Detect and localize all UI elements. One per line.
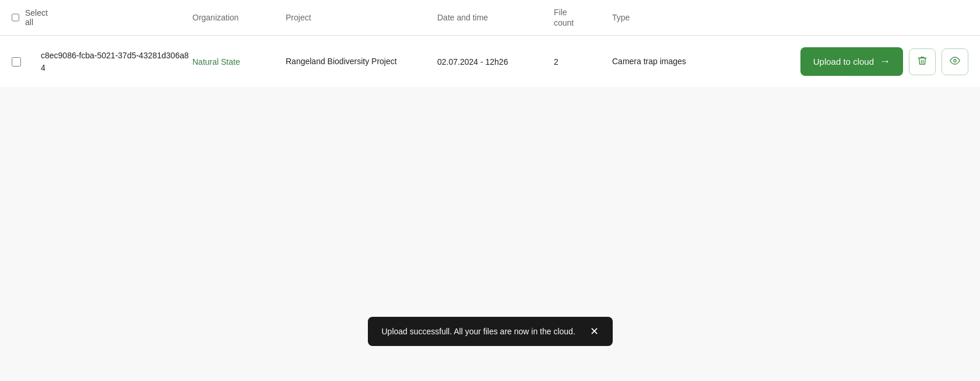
row-id-col: c8ec9086-fcba-5021-37d5-43281d306a84: [41, 50, 192, 74]
row-datetime-col: 02.07.2024 - 12h26: [437, 57, 554, 67]
actions-group: Upload to cloud →: [800, 47, 968, 76]
upload-btn-label: Upload to cloud: [813, 57, 874, 67]
row-filecount: 2: [554, 57, 559, 67]
row-org-col: Natural State: [192, 57, 286, 67]
svg-point-0: [954, 59, 957, 62]
row-project-col: Rangeland Biodiversity Project: [286, 55, 437, 68]
header-filecount-label: File count: [554, 8, 574, 27]
header-org-col: Organization: [192, 12, 286, 23]
row-type-col: Camera trap images: [612, 55, 729, 68]
eye-icon: [950, 55, 960, 68]
table-container: Select all Organization Project Date and…: [0, 0, 980, 88]
header-datetime-col: Date and time: [437, 12, 554, 23]
toast: Upload successfull. All your files are n…: [368, 317, 613, 346]
header-checkbox-col: Select all: [12, 8, 41, 27]
upload-to-cloud-button[interactable]: Upload to cloud →: [800, 47, 903, 76]
toast-message: Upload successfull. All your files are n…: [382, 327, 575, 336]
delete-button[interactable]: [909, 48, 936, 75]
row-organization: Natural State: [192, 57, 240, 67]
row-checkbox[interactable]: [12, 57, 21, 67]
header-project-label: Project: [286, 13, 311, 22]
toast-close-button[interactable]: ✕: [590, 326, 599, 337]
table-header: Select all Organization Project Date and…: [0, 0, 980, 36]
header-org-label: Organization: [192, 13, 238, 22]
row-datetime: 02.07.2024 - 12h26: [437, 57, 508, 67]
header-datetime-label: Date and time: [437, 13, 488, 22]
row-project: Rangeland Biodiversity Project: [286, 57, 397, 66]
select-all-checkbox[interactable]: [12, 13, 19, 22]
row-id: c8ec9086-fcba-5021-37d5-43281d306a84: [41, 51, 189, 72]
select-all-label: Select all: [25, 8, 48, 27]
row-type: Camera trap images: [612, 57, 686, 66]
row-filecount-col: 2: [554, 57, 612, 67]
header-type-label: Type: [612, 13, 630, 22]
header-project-col: Project: [286, 12, 437, 23]
header-filecount-col: File count: [554, 7, 612, 28]
view-button[interactable]: [942, 48, 968, 75]
row-checkbox-col: [12, 57, 41, 67]
row-actions-col: Upload to cloud →: [729, 47, 968, 76]
header-type-col: Type: [612, 12, 729, 23]
table-row: c8ec9086-fcba-5021-37d5-43281d306a84 Nat…: [0, 36, 980, 88]
toast-container: Upload successfull. All your files are n…: [368, 317, 613, 346]
arrow-right-icon: →: [880, 55, 890, 68]
empty-area: [0, 88, 980, 269]
trash-icon: [917, 55, 928, 68]
